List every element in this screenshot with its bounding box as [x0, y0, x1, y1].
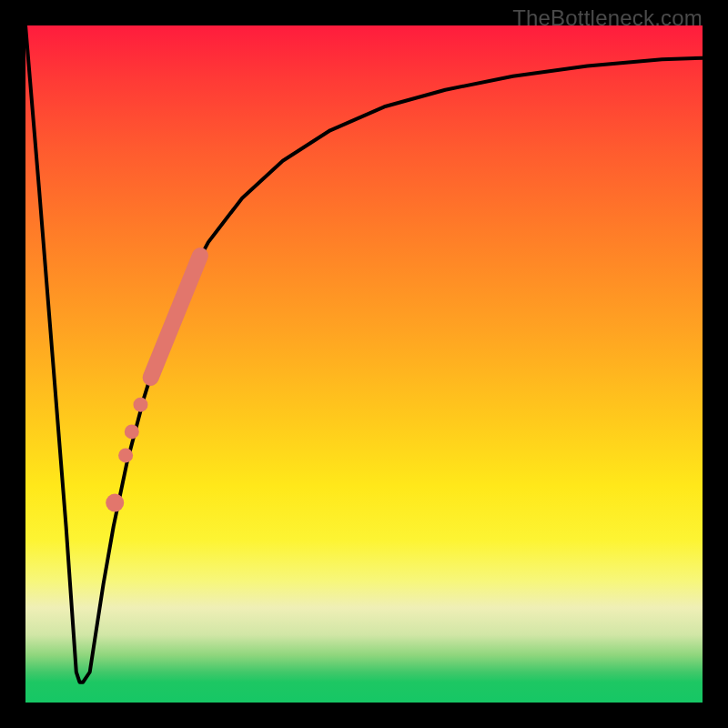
chart-frame: TheBottleneck.com: [0, 0, 728, 728]
bottleneck-curve: [25, 25, 703, 682]
highlight-dot: [125, 424, 139, 439]
chart-overlay: [25, 25, 703, 703]
highlight-stroke: [151, 256, 200, 378]
highlight-dot: [133, 398, 147, 412]
highlight-markers: [106, 256, 200, 512]
highlight-dot: [106, 494, 124, 512]
curve-path: [25, 25, 703, 682]
highlight-dot: [118, 448, 133, 462]
